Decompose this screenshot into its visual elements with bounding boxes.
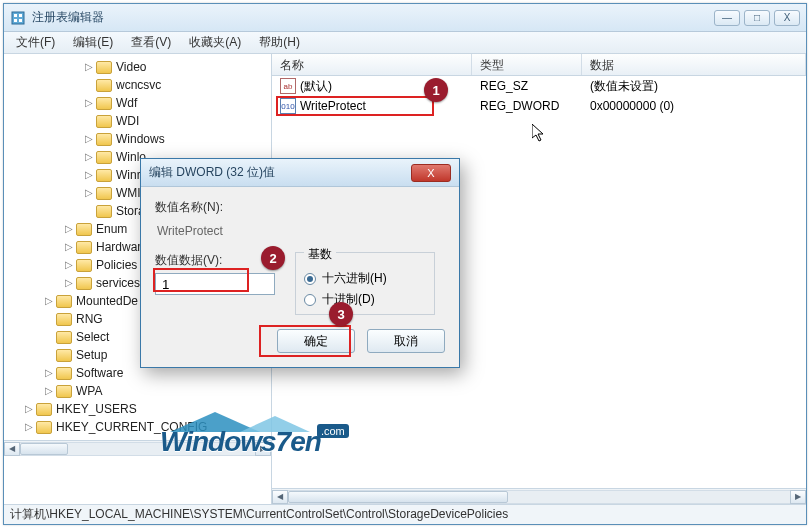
tree-node[interactable]: ▷Wdf xyxy=(6,94,271,112)
maximize-button[interactable]: □ xyxy=(744,10,770,26)
svg-marker-5 xyxy=(532,124,543,141)
expand-icon[interactable]: ▷ xyxy=(24,400,34,418)
ok-button[interactable]: 确定 xyxy=(277,329,355,353)
expand-icon[interactable]: ▷ xyxy=(64,220,74,238)
tree-hscrollbar[interactable]: ◀ ▶ xyxy=(4,440,271,456)
scroll-thumb[interactable] xyxy=(20,443,68,455)
scroll-right-button[interactable]: ▶ xyxy=(790,490,806,504)
folder-icon xyxy=(96,187,112,200)
expand-icon[interactable]: ▷ xyxy=(64,256,74,274)
folder-icon xyxy=(96,205,112,218)
value-type: REG_SZ xyxy=(472,79,582,93)
value-name-display: WriteProtect xyxy=(155,220,445,242)
cancel-button[interactable]: 取消 xyxy=(367,329,445,353)
tree-node-label: Wdf xyxy=(116,94,137,112)
svg-rect-4 xyxy=(19,19,22,22)
annotation-badge-2: 2 xyxy=(261,246,285,270)
folder-icon xyxy=(56,385,72,398)
tree-node-label: Select xyxy=(76,328,109,346)
dword-icon: 010 xyxy=(280,98,296,114)
folder-icon xyxy=(96,97,112,110)
col-type[interactable]: 类型 xyxy=(472,54,582,75)
expand-icon[interactable]: ▷ xyxy=(84,94,94,112)
regedit-icon xyxy=(10,10,26,26)
dialog-close-button[interactable]: X xyxy=(411,164,451,182)
scroll-track[interactable] xyxy=(288,490,790,504)
list-hscrollbar[interactable]: ◀ ▶ xyxy=(272,488,806,504)
cursor-icon xyxy=(532,124,548,147)
value-data: (数值未设置) xyxy=(582,78,806,95)
tree-node-label: WMI xyxy=(116,184,141,202)
tree-node[interactable]: ▷HKEY_CURRENT_CONFIG xyxy=(6,418,271,436)
minimize-button[interactable]: — xyxy=(714,10,740,26)
tree-node[interactable]: ▷HKEY_USERS xyxy=(6,400,271,418)
folder-icon xyxy=(96,169,112,182)
svg-rect-2 xyxy=(19,14,22,17)
menu-file[interactable]: 文件(F) xyxy=(8,32,63,53)
col-name[interactable]: 名称 xyxy=(272,54,472,75)
expand-icon[interactable]: ▷ xyxy=(84,130,94,148)
folder-icon xyxy=(76,277,92,290)
folder-icon xyxy=(96,115,112,128)
col-data[interactable]: 数据 xyxy=(582,54,806,75)
scroll-left-button[interactable]: ◀ xyxy=(4,442,20,456)
tree-node[interactable]: WDI xyxy=(6,112,271,130)
tree-node[interactable]: wcncsvc xyxy=(6,76,271,94)
folder-icon xyxy=(96,61,112,74)
radix-legend: 基数 xyxy=(304,246,336,263)
tree-node[interactable]: ▷Video xyxy=(6,58,271,76)
scroll-left-button[interactable]: ◀ xyxy=(272,490,288,504)
expand-icon[interactable]: ▷ xyxy=(84,184,94,202)
folder-icon xyxy=(96,151,112,164)
radix-hex-option[interactable]: 十六进制(H) xyxy=(304,270,426,287)
menu-view[interactable]: 查看(V) xyxy=(123,32,179,53)
scroll-thumb[interactable] xyxy=(288,491,508,503)
value-data-input[interactable] xyxy=(155,273,275,295)
value-name-label: 数值名称(N): xyxy=(155,199,445,216)
menu-bar: 文件(F) 编辑(E) 查看(V) 收藏夹(A) 帮助(H) xyxy=(4,32,806,54)
status-bar: 计算机\HKEY_LOCAL_MACHINE\SYSTEM\CurrentCon… xyxy=(4,504,806,524)
expand-icon[interactable]: ▷ xyxy=(84,58,94,76)
expand-icon[interactable]: ▷ xyxy=(84,166,94,184)
scroll-right-button[interactable]: ▶ xyxy=(255,442,271,456)
values-header: 名称 类型 数据 xyxy=(272,54,806,76)
expand-icon[interactable]: ▷ xyxy=(44,364,54,382)
folder-icon xyxy=(96,133,112,146)
folder-icon xyxy=(56,331,72,344)
tree-node[interactable]: ▷WPA xyxy=(6,382,271,400)
close-button[interactable]: X xyxy=(774,10,800,26)
annotation-badge-3: 3 xyxy=(329,302,353,326)
scroll-track[interactable] xyxy=(20,442,255,456)
expand-icon[interactable]: ▷ xyxy=(24,418,34,436)
expand-icon[interactable]: ▷ xyxy=(44,292,54,310)
menu-favorites[interactable]: 收藏夹(A) xyxy=(181,32,249,53)
radio-icon xyxy=(304,273,316,285)
expand-icon[interactable]: ▷ xyxy=(64,274,74,292)
folder-icon xyxy=(76,241,92,254)
radix-group: 基数 十六进制(H) 十进制(D) xyxy=(295,252,435,315)
dialog-title-bar[interactable]: 编辑 DWORD (32 位)值 X xyxy=(141,159,459,187)
folder-icon xyxy=(76,259,92,272)
value-data: 0x00000000 (0) xyxy=(582,99,806,113)
expand-icon[interactable]: ▷ xyxy=(64,238,74,256)
menu-edit[interactable]: 编辑(E) xyxy=(65,32,121,53)
value-type: REG_DWORD xyxy=(472,99,582,113)
folder-icon xyxy=(56,295,72,308)
dialog-body: 数值名称(N): WriteProtect 数值数据(V): 基数 十六进制(H… xyxy=(141,187,459,367)
value-data-label: 数值数据(V): xyxy=(155,252,275,269)
tree-node-label: Policies xyxy=(96,256,137,274)
folder-icon xyxy=(96,79,112,92)
tree-node-label: services xyxy=(96,274,140,292)
value-row[interactable]: ab(默认)REG_SZ(数值未设置) xyxy=(272,76,806,96)
window-controls: — □ X xyxy=(714,10,800,26)
folder-icon xyxy=(56,349,72,362)
folder-icon xyxy=(76,223,92,236)
radix-dec-option[interactable]: 十进制(D) xyxy=(304,291,426,308)
value-row[interactable]: 010WriteProtectREG_DWORD0x00000000 (0) xyxy=(272,96,806,116)
tree-node[interactable]: ▷Windows xyxy=(6,130,271,148)
dialog-title: 编辑 DWORD (32 位)值 xyxy=(149,164,411,181)
expand-icon[interactable]: ▷ xyxy=(84,148,94,166)
menu-help[interactable]: 帮助(H) xyxy=(251,32,308,53)
tree-node-label: Windows xyxy=(116,130,165,148)
expand-icon[interactable]: ▷ xyxy=(44,382,54,400)
